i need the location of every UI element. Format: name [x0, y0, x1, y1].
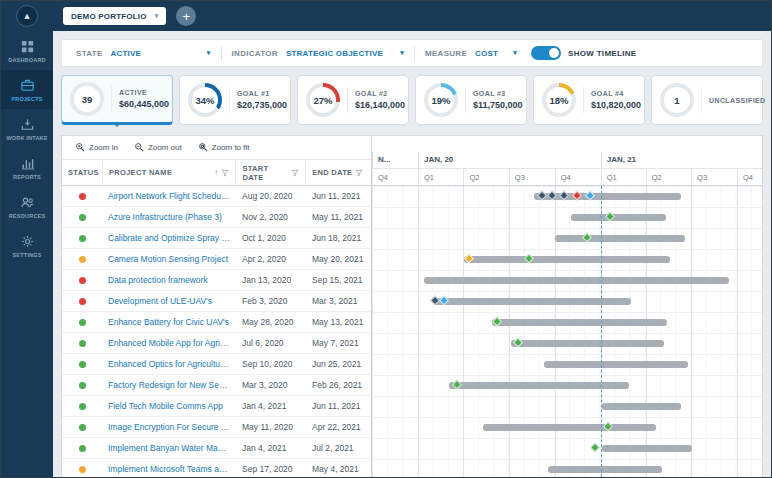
project-name-link[interactable]: Data protection framework [102, 275, 236, 285]
zoom-to-fit-button[interactable]: Zoom to fit [191, 139, 257, 157]
gantt-bar[interactable] [571, 214, 666, 221]
project-name-link[interactable]: Enhanced Optics for Agricultural UAV's [102, 359, 236, 369]
gantt-bar[interactable] [511, 340, 663, 347]
gantt-bar[interactable] [544, 361, 688, 368]
measure-filter-select[interactable]: COST ▾ [475, 49, 517, 58]
chevron-down-icon: ▾ [400, 49, 404, 57]
start-date-column-header[interactable]: START DATE [235, 160, 305, 185]
table-row[interactable]: Implement Banyan Water Manageme...Jan 4,… [62, 438, 371, 459]
kpi-cards: 39ACTIVE$60,445,00034%GOAL #1$20,735,000… [61, 75, 763, 125]
project-name-link[interactable]: Development of ULE-UAV's [102, 296, 236, 306]
project-name-column-header[interactable]: PROJECT NAME ↑ [102, 160, 235, 185]
projects-icon [20, 78, 35, 93]
end-date-cell: Jun 18, 2021 [306, 233, 371, 243]
zoom-in-icon [75, 142, 85, 154]
gantt-bar[interactable] [548, 466, 662, 473]
kpi-card-unclassified[interactable]: 1UNCLASSIFIED [651, 75, 763, 125]
project-name-link[interactable]: Implement Microsoft Teams and Retir... [102, 464, 236, 474]
project-name-link[interactable]: Factory Redesign for New Service Bu... [102, 380, 236, 390]
add-portfolio-button[interactable]: + [176, 6, 196, 26]
timeline-quarter-label: Q4 [737, 169, 753, 185]
status-dot-green [79, 340, 86, 347]
filter-funnel-icon[interactable] [355, 169, 363, 177]
start-date-cell: Aug 20, 2020 [236, 191, 306, 201]
project-name-link[interactable]: Calibrate and Optimize Spray Technol... [102, 233, 236, 243]
sort-ascending-icon[interactable]: ↑ [214, 168, 218, 177]
project-name-link[interactable]: Enhanced Mobile App for Agricultural... [102, 338, 236, 348]
table-row[interactable]: Camera Motion Sensing ProjectApr 2, 2020… [62, 249, 371, 270]
kpi-card-active[interactable]: 39ACTIVE$60,445,000 [61, 75, 173, 125]
table-row[interactable]: Image Encryption For Secure TransferMay … [62, 417, 371, 438]
end-date-column-header[interactable]: END DATE [305, 160, 371, 185]
divider [414, 46, 415, 61]
filter-funnel-icon[interactable] [221, 169, 229, 177]
milestone-diamond[interactable] [590, 443, 600, 453]
indicator-filter-label: INDICATOR [232, 49, 278, 58]
table-row[interactable]: Enhance Battery for Civic UAV'sMay 28, 2… [62, 312, 371, 333]
table-row[interactable]: Enhanced Optics for Agricultural UAV'sSe… [62, 354, 371, 375]
end-date-cell: Feb 26, 2021 [306, 380, 371, 390]
gantt-bar[interactable] [492, 319, 667, 326]
state-filter-select[interactable]: ACTIVE ▾ [111, 49, 211, 58]
kpi-card-goal-4[interactable]: 18%GOAL #4$10,820,000 [533, 75, 645, 125]
status-dot-green [79, 319, 86, 326]
logo-wrap: ▲ [1, 1, 53, 31]
end-date-cell: Sep 15, 2021 [306, 275, 371, 285]
table-row[interactable]: Airport Network Flight SchedulerAug 20, … [62, 186, 371, 207]
divider [111, 86, 112, 112]
kpi-card-goal-3[interactable]: 19%GOAL #3$11,750,000 [415, 75, 527, 125]
project-name-link[interactable]: Camera Motion Sensing Project [102, 254, 236, 264]
sidebar-item-dashboard[interactable]: DASHBOARD [1, 31, 53, 70]
gantt-bar[interactable] [555, 235, 685, 242]
project-name-link[interactable]: Enhance Battery for Civic UAV's [102, 317, 236, 327]
gantt-row [372, 438, 762, 459]
gantt-bar[interactable] [424, 277, 729, 284]
start-date-cell: Sep 17, 2020 [236, 464, 306, 474]
kpi-card-goal-1[interactable]: 34%GOAL #1$20,735,000 [179, 75, 291, 125]
project-name-link[interactable]: Image Encryption For Secure Transfer [102, 422, 236, 432]
table-row[interactable]: Implement Microsoft Teams and Retir...Se… [62, 459, 371, 477]
sidebar-item-projects[interactable]: PROJECTS [1, 70, 53, 109]
sidebar-item-resources[interactable]: RESOURCES [1, 187, 53, 226]
start-date-cell: Jul 6, 2020 [236, 338, 306, 348]
portfolio-selector[interactable]: DEMO PORTFOLIO ▾ [63, 7, 166, 25]
divider [229, 87, 230, 113]
gantt-bar[interactable] [602, 403, 681, 410]
table-header-row: STATUS PROJECT NAME ↑ START DATE [62, 160, 371, 186]
sidebar-item-reports[interactable]: REPORTS [1, 148, 53, 187]
status-cell [62, 466, 102, 473]
table-row[interactable]: Factory Redesign for New Service Bu...Ma… [62, 375, 371, 396]
timeline-quarter-label: Q3 [509, 169, 525, 185]
zoom-out-button[interactable]: Zoom out [127, 139, 189, 157]
table-row[interactable]: Calibrate and Optimize Spray Technol...O… [62, 228, 371, 249]
project-name-link[interactable]: Azure Infrastructure (Phase 3) [102, 212, 236, 222]
table-row[interactable]: Field Tech Mobile Comms AppJan 4, 2021Ju… [62, 396, 371, 417]
project-name-link[interactable]: Implement Banyan Water Manageme... [102, 443, 236, 453]
show-timeline-toggle[interactable] [531, 46, 561, 60]
gantt-bar[interactable] [483, 424, 656, 431]
project-name-link[interactable]: Field Tech Mobile Comms App [102, 401, 236, 411]
table-row[interactable]: Development of ULE-UAV'sFeb 3, 2020Mar 3… [62, 291, 371, 312]
gantt-bar[interactable] [464, 256, 670, 263]
state-filter-value: ACTIVE [111, 49, 142, 58]
donut-chart: 27% [306, 83, 340, 117]
divider [465, 87, 466, 113]
status-cell [62, 340, 102, 347]
kpi-card-goal-2[interactable]: 27%GOAL #2$16,140,000 [297, 75, 409, 125]
sidebar-item-settings[interactable]: SETTINGS [1, 226, 53, 265]
sidebar-item-label: SETTINGS [12, 252, 41, 258]
kpi-value: 27% [310, 87, 336, 113]
filter-funnel-icon[interactable] [291, 169, 299, 177]
status-cell [62, 319, 102, 326]
table-row[interactable]: Azure Infrastructure (Phase 3)Nov 2, 202… [62, 207, 371, 228]
end-date-cell: May 11, 2021 [306, 212, 371, 222]
zoom-in-button[interactable]: Zoom in [68, 139, 125, 157]
gantt-bar[interactable] [602, 445, 691, 452]
indicator-filter-select[interactable]: STRATEGIC OBJECTIVE ▾ [286, 49, 404, 58]
project-table: Zoom in Zoom out Zoom to f [62, 136, 372, 477]
table-row[interactable]: Enhanced Mobile App for Agricultural...J… [62, 333, 371, 354]
table-row[interactable]: Data protection frameworkJan 13, 2020Sep… [62, 270, 371, 291]
settings-icon [20, 234, 35, 249]
project-name-link[interactable]: Airport Network Flight Scheduler [102, 191, 236, 201]
sidebar-item-work-intake[interactable]: WORK INTAKE [1, 109, 53, 148]
